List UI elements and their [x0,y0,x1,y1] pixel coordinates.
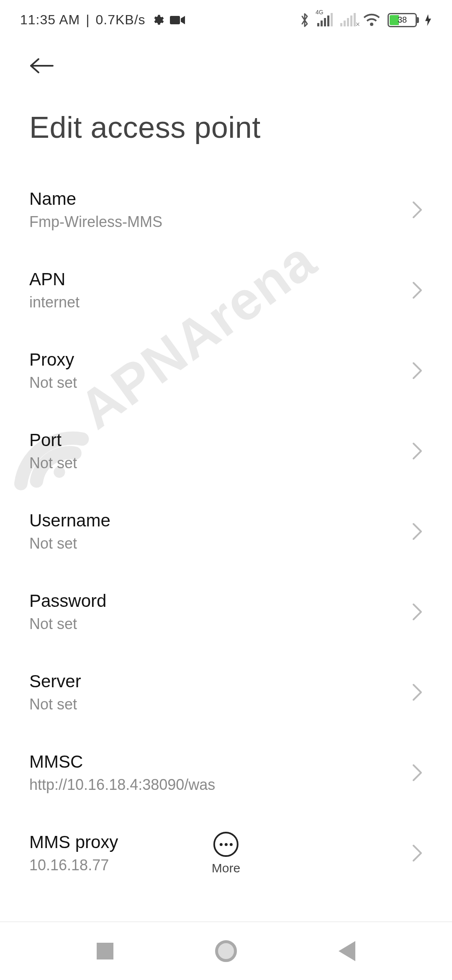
chevron-right-icon [412,361,423,380]
svg-point-2 [370,23,373,26]
back-button[interactable] [28,57,55,75]
status-net-speed: 0.7KB/s [96,12,146,28]
svg-rect-1 [170,16,180,24]
setting-value: Not set [29,615,106,633]
setting-value: 10.16.18.77 [29,856,118,874]
setting-label: Password [29,591,106,611]
setting-label: APN [29,269,80,289]
setting-value: Not set [29,374,77,392]
bluetooth-icon [300,13,310,28]
setting-row-username[interactable]: Username Not set [29,491,423,572]
chevron-right-icon [412,763,423,782]
setting-label: MMSC [29,752,215,772]
charging-bolt-icon [424,14,432,26]
status-separator: | [86,12,90,28]
setting-value: Not set [29,696,81,713]
wifi-icon [363,13,380,27]
chevron-right-icon [412,201,423,219]
setting-label: Port [29,430,77,450]
setting-row-mmsc[interactable]: MMSC http://10.16.18.4:38090/was [29,732,423,813]
nav-home-button[interactable] [215,940,237,962]
more-icon [213,832,239,857]
chevron-right-icon [412,281,423,299]
setting-value: Fmp-Wireless-MMS [29,213,162,231]
chevron-right-icon [412,683,423,701]
signal-4g: 4G [317,14,333,26]
gear-icon [152,14,164,26]
video-camera-icon [170,15,185,26]
setting-value: Not set [29,535,110,552]
setting-row-name[interactable]: Name Fmp-Wireless-MMS [29,170,423,250]
setting-row-apn[interactable]: APN internet [29,250,423,330]
setting-label: Username [29,511,110,531]
battery-indicator: 38 [388,13,417,27]
setting-label: Proxy [29,350,77,370]
setting-value: http://10.16.18.4:38090/was [29,776,215,794]
page-title: Edit access point [0,85,452,170]
status-time: 11:35 AM [20,12,80,28]
chevron-right-icon [412,442,423,460]
setting-row-password[interactable]: Password Not set [29,572,423,652]
more-button[interactable]: More [212,832,240,875]
status-bar: 11:35 AM | 0.7KB/s 4G [0,0,452,40]
nav-recent-button[interactable] [97,943,113,959]
more-label: More [212,861,240,875]
setting-row-proxy[interactable]: Proxy Not set [29,330,423,411]
setting-label: Server [29,671,81,691]
setting-row-port[interactable]: Port Not set [29,411,423,491]
signal-none [340,14,356,26]
chevron-right-icon [412,603,423,621]
nav-back-button[interactable] [339,941,355,961]
chevron-right-icon [412,844,423,862]
setting-row-server[interactable]: Server Not set [29,652,423,732]
settings-list: Name Fmp-Wireless-MMS APN internet Proxy… [0,170,452,893]
setting-label: Name [29,189,162,209]
chevron-right-icon [412,522,423,541]
setting-value: Not set [29,454,77,472]
setting-label: MMS proxy [29,832,118,852]
navigation-bar [0,921,452,980]
setting-value: internet [29,294,80,311]
